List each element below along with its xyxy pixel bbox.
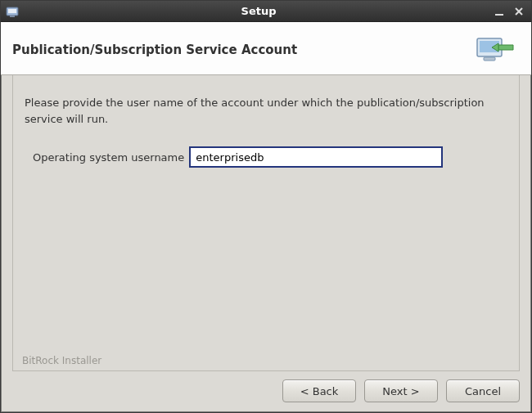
app-icon [6, 5, 19, 18]
minimize-button[interactable] [492, 5, 507, 18]
svg-rect-6 [484, 57, 495, 61]
cancel-button[interactable]: Cancel [446, 379, 520, 402]
titlebar: Setup [1, 1, 531, 22]
content-panel: Please provide the user name of the acco… [12, 75, 520, 371]
username-input[interactable] [189, 146, 443, 168]
instruction-text: Please provide the user name of the acco… [25, 95, 507, 127]
branding-label: BitRock Installer [19, 355, 105, 366]
wizard-buttons: < Back Next > Cancel [282, 379, 520, 402]
wizard-icon [474, 34, 516, 66]
branding-wrap: BitRock Installer [19, 354, 105, 366]
svg-rect-1 [8, 9, 16, 13]
page-title: Publication/Subscription Service Account [12, 43, 474, 57]
wizard-header: Publication/Subscription Service Account [1, 22, 531, 75]
back-button[interactable]: < Back [282, 379, 356, 402]
window-controls [492, 5, 526, 18]
username-label: Operating system username [33, 151, 184, 164]
wizard-content: Please provide the user name of the acco… [1, 75, 531, 412]
window-title: Setup [25, 5, 492, 17]
username-row: Operating system username [25, 146, 507, 168]
close-button[interactable] [512, 5, 526, 18]
svg-rect-3 [495, 14, 503, 16]
next-button[interactable]: Next > [364, 379, 438, 402]
svg-rect-2 [10, 16, 15, 17]
setup-window: Setup Publication/Subscription Service A… [0, 0, 532, 413]
